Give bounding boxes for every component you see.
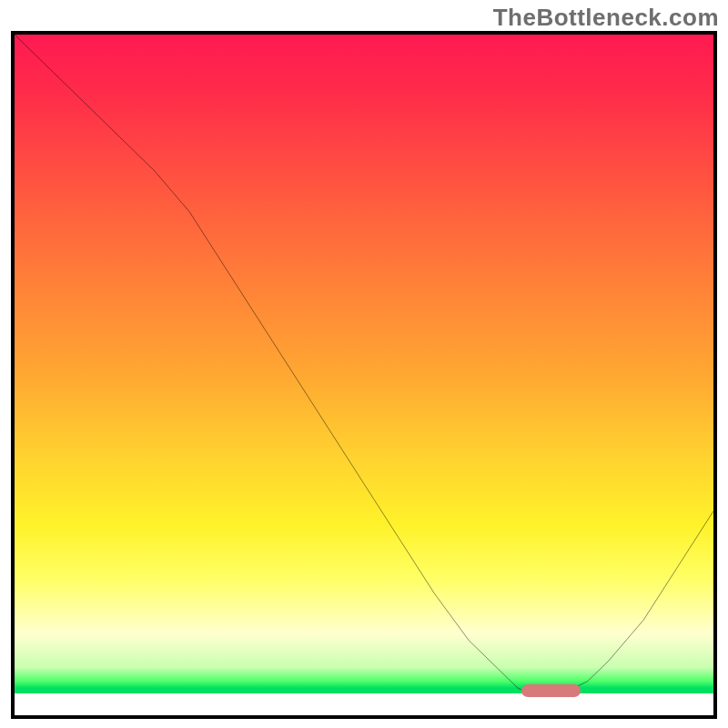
optimal-range-marker [521,684,581,697]
plot-area [11,31,717,719]
bottleneck-curve [15,35,713,715]
chart-root: TheBottleneck.com [0,0,728,728]
watermark-label: TheBottleneck.com [493,4,719,32]
